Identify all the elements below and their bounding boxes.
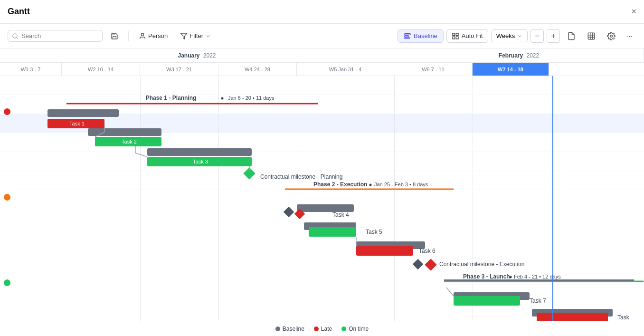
legend: Baseline Late On time [0,321,644,336]
autofit-label: Auto Fit [462,32,483,39]
toolbar: Person Filter Baseline Auto Fit Weeks − … [0,24,644,48]
phase2-sep [369,184,372,186]
svg-rect-9 [456,37,458,39]
phase3-label: Phase 3 - Launch [463,273,510,280]
phase1-sep1 [221,97,224,100]
task7-label: Task 7 [530,298,546,304]
zoom-in-button[interactable]: + [547,29,560,43]
baseline-label: Baseline [414,32,437,39]
baseline-button[interactable]: Baseline [398,29,444,43]
legend-late: Late [314,326,332,332]
legend-late-label: Late [321,326,332,332]
milestone1-label: Contractual milestone - Planning [260,173,342,180]
arrow-phase3-t7 [446,288,454,296]
arrow-t2-t3 [135,146,147,157]
save-icon [111,32,118,40]
task3-baseline [147,148,252,156]
person-label: Person [148,32,168,39]
autofit-icon [452,32,459,40]
settings-button[interactable] [603,29,620,43]
gantt-body: Phase 1 - Planning Jan 6 - 20 • 11 days … [0,76,644,321]
week-w5: W5 Jan 31 - 4 [297,63,394,76]
zoom-out-button[interactable]: − [530,29,544,43]
task1-label: Task 1 [69,121,85,126]
month-header: January 2022 February 2022 [0,48,644,63]
search-icon [12,33,19,39]
task4-label: Task 4 [332,211,349,218]
filter-icon [180,32,188,40]
week-w1: W1 3 - 7 [0,63,62,76]
gear-icon [607,32,616,40]
more-label: ··· [627,32,632,39]
month-january: January 2022 [0,48,394,62]
legend-ontime-label: On time [349,326,369,332]
svg-rect-8 [453,37,455,39]
person-button[interactable]: Person [134,30,172,42]
exe-milestone-label: Contractual milestone - Execution [439,261,524,268]
chevron-down-icon-weeks [517,33,522,39]
task3-label: Task 3 [193,159,208,164]
week-w6: W6 7 - 11 [394,63,473,76]
task6-bar [356,246,413,256]
header: Gantt × [0,0,644,24]
gantt-svg: Phase 1 - Planning Jan 6 - 20 • 11 days … [0,76,644,321]
week-w4: W4 24 - 28 [218,63,297,76]
exe-milestone-gray [413,259,424,270]
page-title: Gantt [8,7,30,17]
export-button[interactable] [563,29,580,43]
weeks-label: Weeks [496,32,515,39]
svg-rect-6 [453,33,455,36]
legend-ontime-dot [341,326,346,331]
exe-milestone-red [425,259,436,270]
svg-rect-7 [456,33,458,36]
weeks-select[interactable]: Weeks [491,29,528,42]
svg-marker-2 [181,33,187,39]
week-w2: W2 10 - 14 [62,63,140,76]
task2-label: Task 2 [122,139,137,144]
gantt-area: January 2022 February 2022 W1 3 - 7 W2 1… [0,48,644,336]
legend-late-dot [314,326,319,331]
week-header: W1 3 - 7 W2 10 - 14 W3 17 - 21 W4 24 - 2… [0,63,644,76]
legend-baseline-label: Baseline [283,326,304,332]
task4-baseline [297,204,354,212]
svg-rect-3 [405,33,410,35]
pre-task4-milestone [284,207,294,218]
phase3-detail: Feb 4 - 21 • 12 days [514,274,561,279]
phase1-label: Phase 1 - Planning [146,95,197,101]
legend-baseline: Baseline [275,326,304,332]
task5-bar [309,227,356,237]
close-button[interactable]: × [631,7,636,17]
toolbar-right: Baseline Auto Fit Weeks − + ··· [398,29,636,43]
week-w7: W7 14 - 18 [473,63,549,76]
filter-label: Filter [189,32,203,39]
filter-button[interactable]: Filter [176,30,215,42]
phase2-detail: Jan 25 - Feb 3 • 8 days [374,182,428,187]
fit-button[interactable] [583,29,600,43]
fit-icon [587,32,596,40]
chevron-down-icon [205,33,211,39]
task8-bar [537,313,608,321]
svg-rect-4 [405,35,408,37]
export-icon [567,32,576,40]
svg-point-0 [13,33,17,38]
task6-label: Task 6 [419,248,436,254]
baseline-icon [404,32,411,40]
person-icon [139,32,146,40]
svg-rect-5 [405,37,409,38]
more-button[interactable]: ··· [623,30,636,42]
svg-point-1 [141,33,143,36]
task8-label: Task [617,314,630,321]
legend-baseline-dot [275,326,280,331]
svg-rect-10 [588,33,595,39]
task7-bar [454,296,520,306]
month-february: February 2022 [394,48,644,62]
search-input[interactable] [21,32,93,39]
svg-point-11 [610,35,613,37]
phase1-detail: Jan 6 - 20 • 11 days [228,95,275,101]
task1-baseline [47,109,119,117]
autofit-button[interactable]: Auto Fit [446,29,488,43]
phase3-sep [510,276,512,278]
search-box[interactable] [8,30,103,42]
save-button[interactable] [106,30,123,42]
week-w3: W3 17 - 21 [140,63,218,76]
